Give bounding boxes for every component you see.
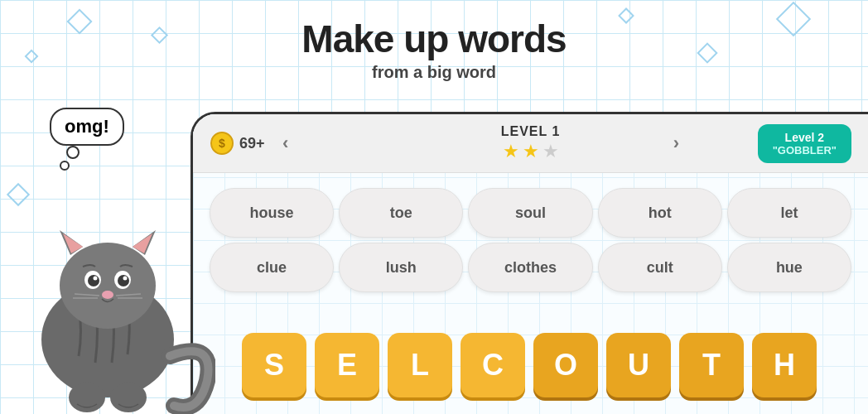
speech-text: omg! [65, 116, 109, 137]
star-3: ★ [542, 141, 559, 162]
svg-point-10 [88, 275, 99, 286]
word-cult[interactable]: cult [598, 243, 722, 292]
level-label: LEVEL 1 [501, 124, 561, 139]
tile-u[interactable]: U [606, 333, 671, 397]
stars-row: ★ ★ ★ [503, 141, 559, 162]
star-2: ★ [523, 141, 539, 162]
svg-point-3 [60, 243, 156, 329]
tile-h[interactable]: H [752, 333, 817, 397]
next-level-button[interactable]: Level 2 "GOBBLER" [758, 124, 851, 163]
svg-point-12 [94, 277, 98, 281]
star-1: ★ [503, 141, 519, 162]
word-clue[interactable]: clue [210, 243, 334, 292]
page-subtitle: from a big word [0, 63, 868, 82]
cat-container [0, 132, 215, 414]
word-toe[interactable]: toe [339, 188, 463, 238]
word-let[interactable]: let [727, 188, 851, 238]
word-clothes[interactable]: clothes [468, 243, 592, 292]
tile-o[interactable]: O [533, 333, 598, 397]
next-level-sub: "GOBBLER" [773, 144, 837, 156]
cat-illustration [0, 132, 215, 414]
nav-right-button[interactable]: › [667, 129, 686, 157]
word-lush[interactable]: lush [339, 243, 463, 292]
word-hot[interactable]: hot [598, 188, 722, 238]
header: Make up words from a big word [0, 17, 868, 82]
word-soul[interactable]: soul [468, 188, 592, 238]
svg-point-13 [123, 277, 128, 281]
words-grid: house toe soul hot let clue lush clothes… [193, 173, 868, 301]
word-house[interactable]: house [210, 188, 334, 238]
level-area: LEVEL 1 ★ ★ ★ [501, 124, 561, 162]
tile-l[interactable]: L [388, 333, 452, 397]
nav-left-button[interactable]: ‹ [276, 129, 295, 157]
coin-amount: 69+ [239, 135, 265, 152]
tile-t[interactable]: T [679, 333, 744, 397]
speech-bubble: omg! [50, 108, 124, 146]
tile-c[interactable]: C [461, 333, 525, 397]
svg-text:$: $ [219, 137, 225, 150]
svg-point-14 [102, 291, 113, 299]
tiles-row: S E L C O U T H [190, 333, 868, 397]
page-title: Make up words [0, 17, 868, 61]
word-hue[interactable]: hue [727, 243, 851, 292]
tile-s[interactable]: S [242, 333, 306, 397]
next-level-label: Level 2 [773, 131, 837, 144]
coin-area: $ 69+ [210, 131, 265, 156]
svg-point-11 [118, 275, 129, 286]
tile-e[interactable]: E [315, 333, 379, 397]
panel-topbar: $ 69+ ‹ LEVEL 1 ★ ★ ★ › Level 2 "GOBBLER… [193, 114, 868, 173]
